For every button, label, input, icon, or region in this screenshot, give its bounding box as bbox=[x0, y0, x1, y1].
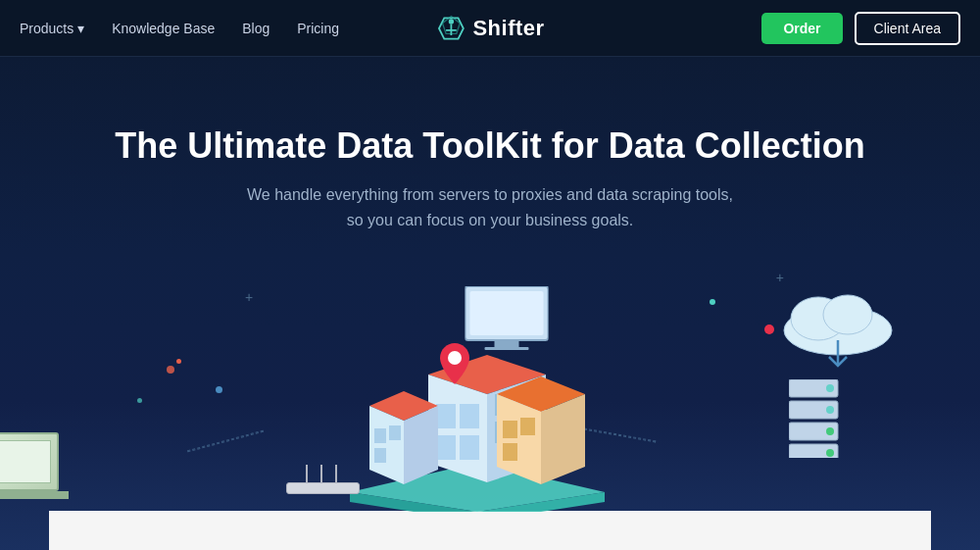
client-area-button[interactable]: Client Area bbox=[855, 12, 960, 45]
svg-rect-12 bbox=[460, 404, 479, 428]
ground-section bbox=[49, 511, 931, 550]
router-inner bbox=[286, 482, 365, 494]
computer-left bbox=[0, 432, 78, 511]
svg-rect-14 bbox=[460, 435, 479, 460]
svg-rect-29 bbox=[389, 425, 401, 440]
comp-base bbox=[0, 491, 69, 499]
svg-rect-33 bbox=[470, 291, 544, 335]
cloud-svg bbox=[774, 281, 902, 370]
hero-subtitle-line2: so you can focus on your business goals. bbox=[347, 212, 634, 228]
svg-point-43 bbox=[826, 406, 834, 414]
monitor-svg bbox=[466, 286, 549, 350]
dot-4 bbox=[710, 299, 715, 305]
iso-city bbox=[350, 463, 605, 516]
nav-blog[interactable]: Blog bbox=[242, 21, 270, 36]
svg-rect-28 bbox=[374, 428, 386, 443]
dashed-line-1 bbox=[187, 430, 264, 453]
floating-monitor bbox=[466, 286, 549, 354]
comp-body bbox=[0, 432, 59, 491]
hero-illustration: + + bbox=[49, 236, 931, 550]
dot-3 bbox=[764, 325, 774, 334]
hero-section: The Ultimate Data ToolKit for Data Colle… bbox=[0, 57, 980, 550]
logo-icon bbox=[435, 13, 466, 44]
order-button[interactable]: Order bbox=[761, 13, 842, 44]
logo-area[interactable]: Shifter bbox=[435, 13, 544, 44]
comp-screen bbox=[0, 440, 51, 483]
svg-point-47 bbox=[826, 449, 834, 457]
antenna-3 bbox=[335, 465, 337, 482]
building-left bbox=[369, 391, 438, 488]
svg-rect-22 bbox=[503, 421, 517, 438]
server-stack bbox=[789, 379, 843, 462]
hero-subtitle: We handle everything from servers to pro… bbox=[247, 182, 733, 232]
svg-rect-13 bbox=[436, 435, 456, 460]
dot-2 bbox=[137, 398, 142, 403]
svg-rect-24 bbox=[503, 443, 517, 461]
nav-products-label: Products ▾ bbox=[20, 21, 84, 36]
svg-point-41 bbox=[826, 384, 834, 392]
antenna-1 bbox=[306, 465, 308, 482]
svg-point-45 bbox=[826, 427, 834, 435]
dot-6 bbox=[176, 359, 181, 364]
svg-point-31 bbox=[448, 351, 462, 365]
nav-products[interactable]: Products ▾ bbox=[20, 21, 84, 36]
svg-rect-30 bbox=[374, 448, 386, 463]
hero-subtitle-line1: We handle everything from servers to pro… bbox=[247, 186, 733, 203]
svg-rect-34 bbox=[495, 340, 519, 347]
dot-5 bbox=[216, 386, 222, 393]
server-svg bbox=[789, 379, 843, 458]
dot-1 bbox=[167, 366, 174, 374]
svg-point-2 bbox=[449, 19, 454, 24]
antenna-2 bbox=[320, 465, 322, 482]
logo-text: Shifter bbox=[472, 16, 544, 41]
plus-icon-1: + bbox=[245, 289, 253, 305]
hero-title: The Ultimate Data ToolKit for Data Colle… bbox=[115, 125, 864, 167]
svg-rect-23 bbox=[520, 418, 535, 435]
building-left-svg bbox=[369, 391, 438, 484]
building-right bbox=[497, 376, 585, 488]
nav-knowledge-base[interactable]: Knowledge Base bbox=[112, 21, 215, 36]
svg-rect-35 bbox=[485, 347, 529, 350]
router-body bbox=[286, 482, 360, 494]
navbar: Products ▾ Knowledge Base Blog Pricing S… bbox=[0, 0, 980, 57]
svg-rect-11 bbox=[436, 404, 456, 428]
nav-blog-label: Blog bbox=[242, 21, 270, 36]
nav-knowledge-base-label: Knowledge Base bbox=[112, 21, 215, 36]
nav-right: Order Client Area bbox=[761, 12, 960, 45]
plus-icon-2: + bbox=[776, 270, 784, 285]
svg-point-38 bbox=[823, 295, 872, 334]
nav-pricing-label: Pricing bbox=[297, 21, 339, 36]
nav-left: Products ▾ Knowledge Base Blog Pricing bbox=[20, 21, 339, 36]
nav-pricing[interactable]: Pricing bbox=[297, 21, 339, 36]
cloud-element bbox=[774, 281, 902, 374]
building-right-svg bbox=[497, 376, 585, 484]
